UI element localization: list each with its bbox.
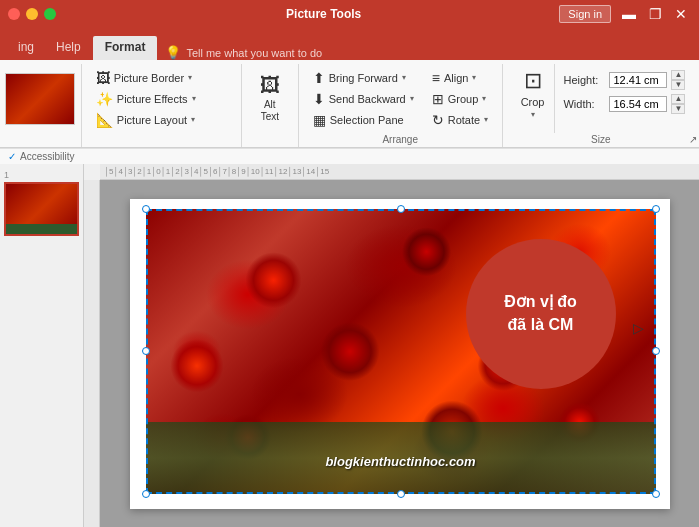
arrange-group-right: ≡ Align ▾ ⊞ Group ▾ ↻ Rotate ▾ xyxy=(426,68,494,130)
slide-preview-1[interactable] xyxy=(4,182,79,236)
picture-layout-button[interactable]: 📐 Picture Layout ▾ xyxy=(90,110,202,130)
watermark: blogkienthuctinhoc.com xyxy=(325,454,475,469)
crop-arrow: ▾ xyxy=(531,110,535,119)
width-down[interactable]: ▼ xyxy=(671,104,685,114)
close-button[interactable]: ✕ xyxy=(671,4,691,24)
picture-border-button[interactable]: 🖼 Picture Border ▾ xyxy=(90,68,202,88)
width-input[interactable] xyxy=(609,96,667,112)
tab-help[interactable]: Help xyxy=(44,36,93,60)
alt-text-icon: 🖼 xyxy=(260,74,280,97)
accessibility-bar: ✓ Accessibility xyxy=(0,148,699,164)
effects-dropdown-arrow: ▾ xyxy=(192,94,196,103)
alt-text-items: 🖼 AltText xyxy=(250,64,290,147)
crop-icon: ⊡ xyxy=(524,68,542,94)
width-spinner: ▲ ▼ xyxy=(671,94,685,114)
border-dropdown-arrow: ▾ xyxy=(188,73,192,82)
h-ruler: │5│4│3│2│1│0│1│2│3│4│5│6│7│8│9│10│11│12│… xyxy=(100,164,699,180)
ribbon-section-arrange: ⬆ Bring Forward ▾ ⬇ Send Backward ▾ ▦ Se… xyxy=(299,64,503,147)
adjust-items: 🖼 Picture Border ▾ ✨ Picture Effects ▾ 📐… xyxy=(90,64,202,147)
tab-format[interactable]: Format xyxy=(93,36,158,60)
height-row: Height: ▲ ▼ xyxy=(563,70,685,90)
height-up[interactable]: ▲ xyxy=(671,70,685,80)
send-backward-arrow: ▾ xyxy=(410,94,414,103)
crop-button[interactable]: ⊡ Crop ▾ xyxy=(511,64,556,133)
canvas-with-ruler: ▷ blogkienthuctinho xyxy=(84,180,699,527)
arrange-group-left: ⬆ Bring Forward ▾ ⬇ Send Backward ▾ ▦ Se… xyxy=(307,68,420,130)
send-backward-button[interactable]: ⬇ Send Backward ▾ xyxy=(307,89,420,109)
tell-me-input[interactable]: Tell me what you want to do xyxy=(186,47,322,59)
ribbon-tabs: ing Help Format 💡 Tell me what you want … xyxy=(0,28,699,60)
rotate-button[interactable]: ↻ Rotate ▾ xyxy=(426,110,494,130)
slide-thumb-strip xyxy=(5,73,75,125)
accessibility-check-icon: ✓ xyxy=(8,151,16,162)
align-arrow: ▾ xyxy=(472,73,476,82)
height-spinner: ▲ ▼ xyxy=(671,70,685,90)
crop-label: Crop xyxy=(521,96,545,108)
rotate-icon: ↻ xyxy=(432,112,444,128)
slide-preview-green xyxy=(6,224,77,234)
handle-bottom-left[interactable] xyxy=(142,490,150,498)
rotate-arrow: ▾ xyxy=(484,115,488,124)
size-controls: Height: ▲ ▼ Width: ▲ ▼ xyxy=(557,70,691,128)
slide-preview-inner xyxy=(6,184,77,234)
height-input[interactable] xyxy=(609,72,667,88)
slides-panel: 1 xyxy=(0,164,84,527)
tooltip-bubble: Đơn vị đo đã là CM xyxy=(466,239,616,389)
group-arrow: ▾ xyxy=(482,94,486,103)
group-icon: ⊞ xyxy=(432,91,444,107)
width-up[interactable]: ▲ xyxy=(671,94,685,104)
restore-button[interactable]: ❐ xyxy=(645,4,665,24)
height-down[interactable]: ▼ xyxy=(671,80,685,90)
handle-middle-left[interactable] xyxy=(142,347,150,355)
image-container[interactable]: blogkienthuctinhoc.com xyxy=(146,209,656,494)
selection-pane-icon: ▦ xyxy=(313,112,326,128)
align-button[interactable]: ≡ Align ▾ xyxy=(426,68,494,88)
bring-forward-icon: ⬆ xyxy=(313,70,325,86)
sign-in-button[interactable]: Sign in xyxy=(559,5,611,23)
app-wrapper: Picture Tools Sign in ▬ ❐ ✕ ing Help For… xyxy=(0,0,699,527)
width-label: Width: xyxy=(563,98,605,110)
picture-border-icon: 🖼 xyxy=(96,70,110,86)
height-label: Height: xyxy=(563,74,605,86)
ribbon-section-alt-text: 🖼 AltText xyxy=(242,64,299,147)
title-bar: Picture Tools Sign in ▬ ❐ ✕ xyxy=(0,0,699,28)
slide-white-area: blogkienthuctinhoc.com xyxy=(130,199,670,509)
picture-tools-group: 🖼 Picture Border ▾ ✨ Picture Effects ▾ 📐… xyxy=(90,68,202,130)
handle-top-right[interactable] xyxy=(652,205,660,213)
v-ruler xyxy=(84,180,100,527)
alt-text-label: AltText xyxy=(261,99,279,123)
slide-thumb-1[interactable] xyxy=(5,73,75,125)
width-row: Width: ▲ ▼ xyxy=(563,94,685,114)
ribbon-section-size: ⊡ Crop ▾ Height: ▲ ▼ Width: xyxy=(503,64,699,147)
tooltip-text: Đơn vị đo đã là CM xyxy=(494,281,587,346)
tab-file[interactable]: ing xyxy=(8,36,44,60)
arrange-section-label: Arrange xyxy=(299,134,502,145)
handle-bottom-right[interactable] xyxy=(652,490,660,498)
picture-effects-icon: ✨ xyxy=(96,91,113,107)
minimize-button[interactable]: ▬ xyxy=(619,4,639,24)
align-icon: ≡ xyxy=(432,70,440,86)
picture-effects-button[interactable]: ✨ Picture Effects ▾ xyxy=(90,89,202,109)
handle-bottom-center[interactable] xyxy=(397,490,405,498)
alt-text-button[interactable]: 🖼 AltText xyxy=(250,70,290,128)
ribbon-section-adjust: 🖼 Picture Border ▾ ✨ Picture Effects ▾ 📐… xyxy=(82,64,242,147)
ruler-and-canvas: │5│4│3│2│1│0│1│2│3│4│5│6│7│8│9│10│11│12│… xyxy=(84,164,699,527)
handle-top-left[interactable] xyxy=(142,205,150,213)
content-area: 1 │5│4│3│2│1│0│1│2│3│4│5│6│7│8│9│10│11│1… xyxy=(0,164,699,527)
handle-top-center[interactable] xyxy=(397,205,405,213)
bring-forward-arrow: ▾ xyxy=(402,73,406,82)
title-bar-title: Picture Tools xyxy=(88,7,559,21)
slide-item-1[interactable]: 1 xyxy=(4,170,79,236)
layout-dropdown-arrow: ▾ xyxy=(191,115,195,124)
picture-layout-icon: 📐 xyxy=(96,112,113,128)
size-section-label: Size xyxy=(503,134,699,145)
ribbon: 🖼 Picture Border ▾ ✨ Picture Effects ▾ 📐… xyxy=(0,60,699,148)
group-button[interactable]: ⊞ Group ▾ xyxy=(426,89,494,109)
accessibility-label[interactable]: Accessibility xyxy=(20,151,74,162)
slide-number-1: 1 xyxy=(4,170,79,180)
slide-view: ▷ blogkienthuctinho xyxy=(100,180,699,527)
selection-pane-button[interactable]: ▦ Selection Pane xyxy=(307,110,420,130)
bring-forward-button[interactable]: ⬆ Bring Forward ▾ xyxy=(307,68,420,88)
handle-middle-right[interactable] xyxy=(652,347,660,355)
send-backward-icon: ⬇ xyxy=(313,91,325,107)
